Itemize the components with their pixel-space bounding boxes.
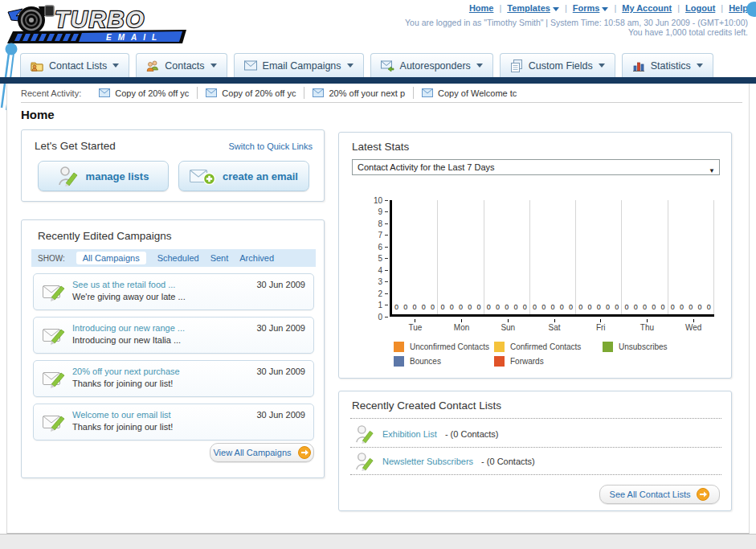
- main-content: Recent Activity: Copy of 20% off yc Copy…: [6, 84, 750, 534]
- campaign-row[interactable]: Introducing our new range ...Introducing…: [33, 317, 314, 354]
- campaign-date: 30 Jun 2009: [256, 410, 305, 420]
- page-title: Home: [21, 108, 55, 121]
- show-label: SHOW:: [38, 254, 65, 263]
- chart-group: 00000: [484, 200, 530, 314]
- envelope-icon: [99, 88, 110, 97]
- chart-legend: Unconfirmed ContactsConfirmed ContactsUn…: [394, 342, 668, 367]
- filter-scheduled[interactable]: Scheduled: [157, 253, 199, 263]
- contact-list-item[interactable]: Newsletter Subscribers - (0 Contacts): [355, 449, 535, 473]
- chevron-down-icon: [602, 7, 608, 11]
- separator: |: [614, 3, 616, 13]
- nav-link-forms[interactable]: Forms: [573, 3, 600, 13]
- chart-group: 00000: [438, 200, 484, 314]
- create-email-button[interactable]: create an email: [178, 161, 309, 191]
- tab-contacts[interactable]: Contacts: [136, 53, 227, 77]
- view-all-campaigns-button[interactable]: View All Campaigns: [210, 443, 314, 462]
- legend-item: Bounces: [394, 356, 494, 367]
- contact-list-detail: - (0 Contacts): [481, 457, 535, 466]
- contact-lists-title: Recently Created Contact Lists: [352, 399, 501, 412]
- activity-item-label: Copy of 20% off yc: [222, 88, 296, 98]
- envelope-pencil-icon: [43, 326, 65, 346]
- campaign-link[interactable]: 20% off your next purchase: [72, 366, 180, 378]
- campaign-date: 30 Jun 2009: [256, 367, 305, 376]
- activity-item[interactable]: Copy of Welcome tc: [422, 87, 525, 99]
- envelope-icon: [244, 60, 257, 71]
- chart-plot: 00000000000000000000000000000000000: [390, 200, 714, 317]
- activity-item[interactable]: Copy of 20% off yc: [99, 87, 198, 99]
- arrow-circle-icon: [298, 446, 311, 459]
- chevron-down-icon: ▼: [709, 164, 715, 175]
- envelope-icon: [206, 88, 217, 97]
- tab-contact-lists[interactable]: Contact Lists: [20, 53, 129, 77]
- campaign-row[interactable]: See us at the retail food ...We're givin…: [33, 273, 314, 310]
- create-email-label: create an email: [223, 170, 298, 182]
- contact-list-link[interactable]: Newsletter Subscribers: [382, 457, 473, 466]
- chevron-down-icon: [697, 64, 703, 68]
- x-tick-label: Fri: [578, 319, 624, 332]
- nav-link-my-account[interactable]: My Account: [622, 3, 672, 13]
- recent-activity-bar: Recent Activity: Copy of 20% off yc Copy…: [21, 84, 742, 103]
- get-started-panel: Let's Get Started Switch to Quick Links …: [21, 129, 325, 202]
- manage-lists-button[interactable]: manage lists: [38, 161, 169, 191]
- x-tick-label: Thu: [624, 319, 671, 332]
- contact-lists-panel: Recently Created Contact Lists Exhibitio…: [338, 391, 732, 511]
- chevron-down-icon: [112, 64, 119, 68]
- tab-custom-fields[interactable]: Custom Fields: [500, 53, 615, 77]
- nav-link-home[interactable]: Home: [469, 3, 494, 13]
- campaign-row[interactable]: 20% off your next purchaseThanks for joi…: [33, 360, 314, 397]
- arrow-circle-icon: [697, 488, 709, 501]
- legend-item: Unsubscribes: [603, 342, 668, 352]
- nav-link-templates[interactable]: Templates: [507, 3, 550, 13]
- envelope-arrow-icon: [381, 60, 394, 72]
- activity-item[interactable]: 20% off your next p: [313, 87, 414, 99]
- activity-item[interactable]: Copy of 20% off yc: [206, 87, 304, 99]
- contact-list-item[interactable]: Exhibition List - (0 Contacts): [355, 422, 499, 446]
- chevron-down-icon: [476, 64, 483, 68]
- campaign-link[interactable]: Introducing our new range ...: [72, 322, 185, 334]
- tab-autoresponders[interactable]: Autoresponders: [370, 53, 493, 77]
- stats-period-value: Contact Activity for the Last 7 Days: [358, 162, 495, 172]
- envelope-icon: [313, 88, 324, 97]
- svg-text:TURBO: TURBO: [55, 6, 145, 32]
- nav-link-help[interactable]: Help: [729, 3, 748, 13]
- tab-label: Contacts: [165, 60, 204, 72]
- tab-label: Contact Lists: [49, 60, 107, 72]
- see-all-contact-lists-button[interactable]: See All Contact Lists: [599, 485, 720, 504]
- nav-link-logout[interactable]: Logout: [685, 3, 715, 13]
- recent-campaigns-title: Recently Edited Campaigns: [38, 230, 172, 242]
- tab-statistics[interactable]: Statistics: [622, 53, 713, 77]
- separator: |: [677, 3, 680, 13]
- contact-list-link[interactable]: Exhibition List: [382, 429, 437, 439]
- filter-sent[interactable]: Sent: [210, 253, 229, 263]
- x-tick-label: Wed: [670, 319, 717, 332]
- tab-email-campaigns[interactable]: Email Campaigns: [234, 53, 364, 77]
- stats-period-select[interactable]: Contact Activity for the Last 7 Days ▼: [352, 159, 720, 175]
- people-icon: [146, 59, 159, 72]
- navy-divider-bar: [0, 77, 756, 84]
- recent-campaigns-panel: Recently Edited Campaigns SHOW: All Camp…: [21, 219, 325, 478]
- activity-item-label: Copy of 20% off yc: [115, 88, 189, 98]
- chart-group: 00000: [392, 200, 438, 314]
- legend-item: Unconfirmed Contacts: [394, 342, 494, 352]
- filter-archived[interactable]: Archived: [239, 253, 274, 263]
- switch-quick-links[interactable]: Switch to Quick Links: [228, 141, 313, 151]
- campaign-row[interactable]: Welcome to our email listThanks for join…: [33, 404, 314, 440]
- latest-stats-title: Latest Stats: [352, 141, 409, 153]
- filter-all-campaigns[interactable]: All Campaigns: [76, 252, 146, 264]
- view-all-campaigns-label: View All Campaigns: [213, 448, 291, 457]
- campaign-link[interactable]: Welcome to our email list: [72, 409, 173, 421]
- latest-stats-panel: Latest Stats Contact Activity for the La…: [338, 132, 732, 379]
- chart-group: 00000: [668, 200, 714, 314]
- chart-y-axis: 109876543210: [352, 200, 388, 317]
- campaign-filter-bar: SHOW: All Campaigns Scheduled Sent Archi…: [31, 249, 316, 267]
- campaign-subtitle: Thanks for joining our list!: [72, 378, 180, 390]
- page-footer: [0, 534, 756, 549]
- campaign-subtitle: We're giving away our late ...: [72, 291, 186, 303]
- campaign-link[interactable]: See us at the retail food ...: [72, 279, 186, 291]
- envelope-icon: [422, 88, 433, 97]
- separator: |: [565, 3, 567, 13]
- blue-dot-annotation: [746, 2, 756, 17]
- separator: |: [499, 3, 501, 13]
- turbo-email-logo[interactable]: TURBO EMAIL: [5, 2, 191, 49]
- svg-text:EMAIL: EMAIL: [106, 33, 163, 42]
